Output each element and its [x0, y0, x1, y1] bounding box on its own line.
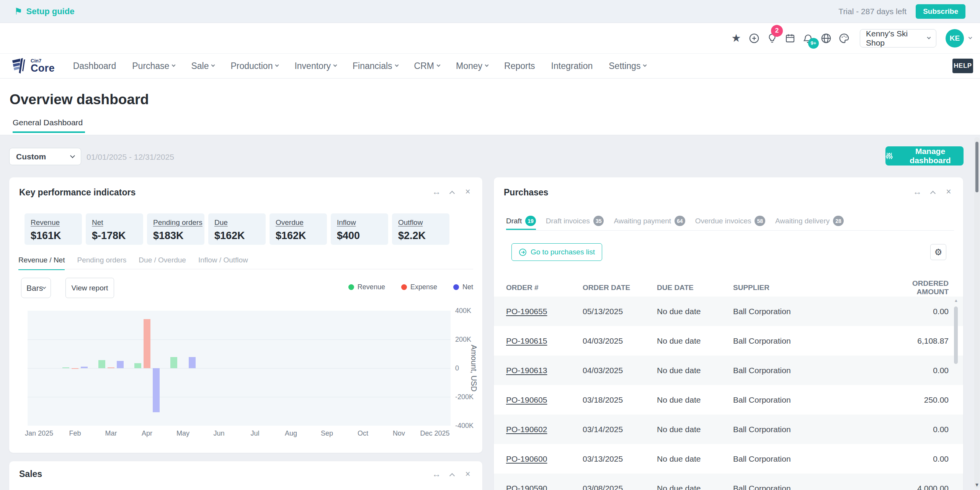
globe-icon[interactable]	[820, 33, 832, 44]
user-menu-chevron-icon[interactable]	[969, 35, 972, 39]
scroll-up-arrow[interactable]: ▲	[954, 298, 958, 303]
chart-bar-net-mar[interactable]	[117, 361, 124, 368]
order-number-cell[interactable]: PO-190605	[506, 395, 583, 405]
order-number-cell[interactable]: PO-190602	[506, 425, 583, 434]
chart-bar-revenue-apr[interactable]	[134, 363, 141, 368]
order-number-cell[interactable]: PO-190613	[506, 366, 583, 375]
setup-guide-link[interactable]: ⚑ Setup guide	[14, 7, 74, 16]
purchases-tab-draft-invoices[interactable]: Draft invoices35	[546, 216, 604, 230]
table-settings-button[interactable]: ⚙	[930, 244, 946, 260]
purchases-tab-overdue-invoices[interactable]: Overdue invoices58	[695, 216, 765, 230]
nav-item-label: Inventory	[294, 61, 331, 71]
help-button[interactable]: HELP	[952, 59, 973, 73]
close-panel-icon[interactable]: ×	[463, 470, 472, 479]
table-scrollbar[interactable]: ▲	[954, 298, 958, 486]
go-to-purchases-list-button[interactable]: Go to purchases list	[511, 243, 602, 261]
purchases-tab-awaiting-delivery[interactable]: Awaiting delivery28	[775, 216, 844, 230]
kpi-card-label[interactable]: Outflow	[398, 218, 443, 227]
kpi-card-label[interactable]: Inflow	[337, 218, 382, 227]
kpi-card-label[interactable]: Pending orders	[153, 218, 198, 227]
chart-bar-expense-mar[interactable]	[108, 367, 114, 368]
chart-bar-expense-feb[interactable]	[72, 368, 78, 369]
kpi-tab-due-overdue[interactable]: Due / Overdue	[139, 256, 186, 270]
view-report-button[interactable]: View report	[65, 278, 114, 298]
chart-bar-net-may[interactable]	[189, 357, 196, 368]
order-number-cell[interactable]: PO-190600	[506, 454, 583, 464]
theme-palette-icon[interactable]	[838, 33, 850, 44]
chart-bar-expense-apr[interactable]	[144, 319, 150, 368]
chart-bar-net-apr[interactable]	[153, 368, 160, 412]
nav-item-dashboard[interactable]: Dashboard	[73, 61, 116, 71]
resize-panel-icon[interactable]: ↔	[913, 187, 922, 196]
add-new-icon[interactable]	[748, 33, 760, 44]
scroll-down-arrow[interactable]: ▼	[974, 482, 980, 488]
column-header-order-date[interactable]: ORDER DATE	[583, 284, 657, 292]
nav-item-purchase[interactable]: Purchase	[132, 61, 175, 71]
ordered-amount-cell: 0.00	[899, 425, 949, 434]
nav-item-crm[interactable]: CRM	[414, 61, 440, 71]
nav-item-settings[interactable]: Settings	[609, 61, 646, 71]
kpi-tab-revenue-net[interactable]: Revenue / Net	[18, 256, 65, 270]
collapse-panel-icon[interactable]	[930, 190, 936, 196]
chart-type-select[interactable]: Bars	[21, 278, 51, 298]
utility-bar: ★ 2 9+ Ke	[0, 23, 980, 54]
notifications-bell-icon[interactable]: 9+	[802, 33, 814, 44]
order-number-link[interactable]: PO-190615	[506, 336, 547, 345]
calendar-icon[interactable]	[784, 33, 796, 44]
tab-general-dashboard[interactable]: General Dashboard	[13, 118, 85, 133]
resize-panel-icon[interactable]: ↔	[432, 470, 441, 479]
kpi-card-label[interactable]: Revenue	[31, 218, 76, 227]
close-panel-icon[interactable]: ×	[944, 187, 953, 196]
purchases-tab-awaiting-payment[interactable]: Awaiting payment64	[614, 216, 685, 230]
user-avatar[interactable]: KE	[946, 29, 964, 48]
order-number-link[interactable]: PO-190655	[506, 307, 547, 316]
arrow-circle-icon	[519, 248, 527, 256]
chart-bar-net-feb[interactable]	[81, 367, 88, 368]
collapse-panel-icon[interactable]	[449, 473, 455, 478]
kpi-card-label[interactable]: Net	[92, 218, 137, 227]
column-header-ordered-amount[interactable]: ORDERED AMOUNT	[899, 279, 949, 296]
favorites-star-icon[interactable]: ★	[730, 33, 742, 44]
order-number-link[interactable]: PO-190613	[506, 366, 547, 375]
manage-dashboard-button[interactable]: Manage dashboard	[885, 146, 964, 166]
kpi-card-label[interactable]: Overdue	[276, 218, 321, 227]
purchases-tab-draft[interactable]: Draft19	[506, 216, 536, 230]
chart-bar-revenue-feb[interactable]	[62, 367, 69, 368]
y-axis-tick-label: -400K	[455, 422, 474, 430]
nav-item-money[interactable]: Money	[456, 61, 488, 71]
nav-item-integration[interactable]: Integration	[551, 61, 593, 71]
chart-bar-revenue-mar[interactable]	[98, 360, 105, 368]
column-header-order[interactable]: ORDER #	[506, 284, 583, 292]
order-number-link[interactable]: PO-190602	[506, 425, 547, 434]
chart-bar-revenue-may[interactable]	[170, 357, 177, 368]
order-number-cell[interactable]: PO-190655	[506, 307, 583, 316]
kpi-card-label[interactable]: Due	[214, 218, 260, 227]
column-header-due-date[interactable]: DUE DATE	[657, 284, 733, 292]
kpi-tab-inflow-outflow[interactable]: Inflow / Outflow	[198, 256, 248, 270]
collapse-panel-icon[interactable]	[449, 190, 455, 196]
nav-item-financials[interactable]: Financials	[353, 61, 398, 71]
column-header-supplier[interactable]: SUPPLIER	[733, 284, 899, 292]
nav-item-production[interactable]: Production	[230, 61, 278, 71]
nav-item-inventory[interactable]: Inventory	[294, 61, 336, 71]
plus-circle-icon	[748, 33, 760, 44]
close-panel-icon[interactable]: ×	[463, 187, 472, 196]
purchases-tab-label: Awaiting delivery	[775, 217, 830, 225]
nav-item-reports[interactable]: Reports	[504, 61, 535, 71]
table-scrollbar-thumb[interactable]	[954, 306, 958, 364]
order-number-cell[interactable]: PO-190590	[506, 484, 583, 490]
order-number-link[interactable]: PO-190590	[506, 484, 547, 490]
nav-item-sale[interactable]: Sale	[191, 61, 214, 71]
order-number-cell[interactable]: PO-190615	[506, 336, 583, 346]
resize-panel-icon[interactable]: ↔	[432, 187, 441, 196]
order-number-link[interactable]: PO-190600	[506, 454, 547, 463]
whats-new-bulb-icon[interactable]: 2	[766, 33, 778, 44]
cin7-core-logo[interactable]: Cin7 Core	[11, 57, 55, 75]
page-scrollbar-thumb[interactable]	[975, 142, 978, 192]
page-scrollbar[interactable]: ▼	[974, 137, 980, 488]
subscribe-button[interactable]: Subscribe	[916, 4, 965, 19]
order-number-link[interactable]: PO-190605	[506, 395, 547, 404]
date-preset-select[interactable]: Custom	[9, 148, 81, 165]
kpi-tab-pending-orders[interactable]: Pending orders	[77, 256, 126, 270]
company-selector[interactable]: Kenny's Ski Shop	[860, 29, 936, 48]
